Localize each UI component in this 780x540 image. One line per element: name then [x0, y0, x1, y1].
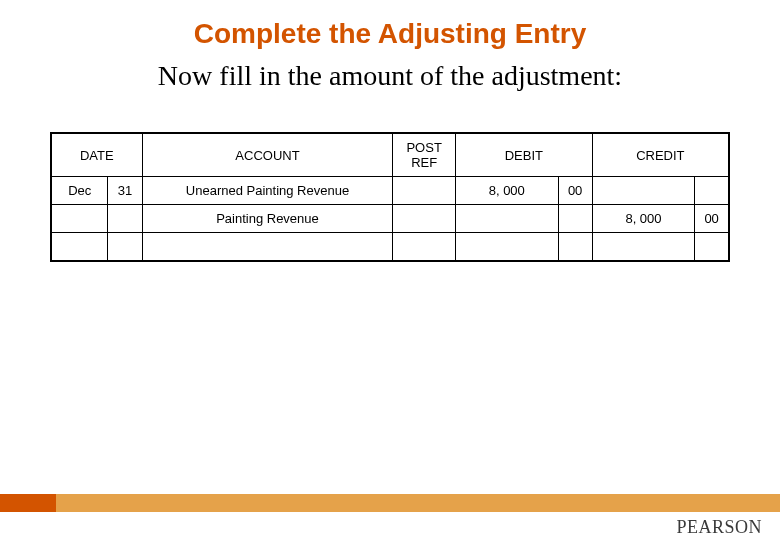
col-debit: DEBIT — [456, 133, 593, 177]
cell-credit-cents — [695, 233, 729, 261]
journal-table: DATE ACCOUNT POST REF DEBIT CREDIT Dec 3… — [50, 132, 730, 262]
cell-credit-cents: 00 — [695, 205, 729, 233]
cell-account: Painting Revenue — [142, 205, 393, 233]
cell-credit-main — [592, 233, 695, 261]
table-row: Painting Revenue 8, 000 00 — [51, 205, 729, 233]
cell-month — [51, 205, 108, 233]
cell-day: 31 — [108, 177, 142, 205]
col-account: ACCOUNT — [142, 133, 393, 177]
col-credit: CREDIT — [592, 133, 729, 177]
cell-day — [108, 205, 142, 233]
cell-postref — [393, 233, 456, 261]
cell-postref — [393, 177, 456, 205]
col-date: DATE — [51, 133, 142, 177]
cell-day — [108, 233, 142, 261]
cell-debit-cents — [558, 233, 592, 261]
table-row: Dec 31 Unearned Painting Revenue 8, 000 … — [51, 177, 729, 205]
cell-credit-cents — [695, 177, 729, 205]
footer-accent-bar — [0, 494, 780, 512]
cell-debit-main — [456, 205, 559, 233]
cell-credit-main — [592, 177, 695, 205]
cell-debit-main — [456, 233, 559, 261]
slide-title: Complete the Adjusting Entry — [0, 18, 780, 50]
cell-debit-main: 8, 000 — [456, 177, 559, 205]
cell-account — [142, 233, 393, 261]
pearson-logo: PEARSON — [676, 517, 762, 538]
cell-month: Dec — [51, 177, 108, 205]
cell-account: Unearned Painting Revenue — [142, 177, 393, 205]
table-header-row: DATE ACCOUNT POST REF DEBIT CREDIT — [51, 133, 729, 177]
cell-month — [51, 233, 108, 261]
cell-debit-cents: 00 — [558, 177, 592, 205]
col-postref: POST REF — [393, 133, 456, 177]
cell-postref — [393, 205, 456, 233]
cell-credit-main: 8, 000 — [592, 205, 695, 233]
cell-debit-cents — [558, 205, 592, 233]
slide-subtitle: Now fill in the amount of the adjustment… — [0, 60, 780, 92]
table-row — [51, 233, 729, 261]
